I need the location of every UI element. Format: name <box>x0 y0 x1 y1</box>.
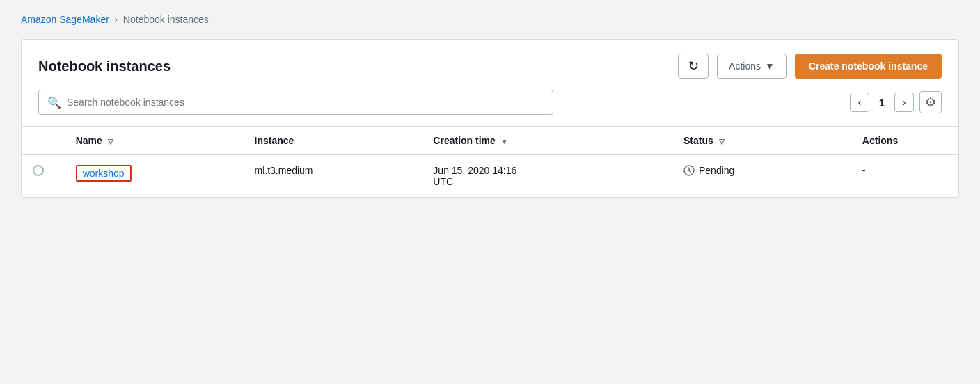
svg-line-2 <box>689 171 691 173</box>
search-row: 🔍 ‹ 1 › ⚙ <box>38 90 942 115</box>
name-sort-icon: ▽ <box>108 138 113 145</box>
actions-arrow-icon: ▼ <box>765 61 775 72</box>
search-icon: 🔍 <box>47 96 61 109</box>
row-radio-button[interactable] <box>33 165 44 176</box>
create-notebook-button[interactable]: Create notebook instance <box>795 54 942 79</box>
row-radio-cell <box>22 155 65 198</box>
status-sort-icon: ▽ <box>719 138 725 145</box>
pagination-next-button[interactable]: › <box>894 93 914 112</box>
gear-icon: ⚙ <box>925 95 936 110</box>
status-pending-icon <box>683 165 695 176</box>
col-creation-label: Creation time <box>433 135 495 146</box>
status-display: Pending <box>683 165 840 176</box>
breadcrumb-sagemaker-link[interactable]: Amazon SageMaker <box>21 14 109 25</box>
creation-sort-icon: ▼ <box>501 138 508 145</box>
refresh-icon: ↻ <box>688 58 699 74</box>
breadcrumb: Amazon SageMaker › Notebook instances <box>21 14 959 25</box>
instances-table-wrap: Name ▽ Instance Creation time ▼ Status ▽ <box>22 126 958 197</box>
table-body: workshop ml.t3.medium Jun 15, 2020 14:16… <box>22 155 958 198</box>
name-cell-highlight: workshop <box>76 165 132 182</box>
settings-button[interactable]: ⚙ <box>919 91 942 113</box>
row-creation-cell: Jun 15, 2020 14:16 UTC <box>422 155 672 198</box>
row-name-cell: workshop <box>65 155 244 198</box>
row-instance-cell: ml.t3.medium <box>244 155 422 198</box>
creation-time-line2: UTC <box>433 176 661 187</box>
col-actions-label: Actions <box>862 135 898 146</box>
search-box: 🔍 <box>38 90 553 115</box>
notebook-name-link[interactable]: workshop <box>83 168 125 179</box>
breadcrumb-separator: › <box>115 15 118 24</box>
refresh-button[interactable]: ↻ <box>678 54 709 79</box>
card-header: Notebook instances ↻ Actions ▼ Create no… <box>38 54 942 79</box>
page-title: Notebook instances <box>38 58 670 74</box>
notebook-instances-card: Notebook instances ↻ Actions ▼ Create no… <box>21 39 959 198</box>
creation-time-line1: Jun 15, 2020 14:16 <box>433 165 661 176</box>
col-name-label: Name <box>76 135 102 146</box>
breadcrumb-current: Notebook instances <box>123 14 209 25</box>
pagination-controls: ‹ 1 › ⚙ <box>850 91 942 113</box>
col-header-status[interactable]: Status ▽ <box>672 127 851 155</box>
instances-table: Name ▽ Instance Creation time ▼ Status ▽ <box>22 127 958 197</box>
col-header-creation-time[interactable]: Creation time ▼ <box>422 127 672 155</box>
pagination-prev-button[interactable]: ‹ <box>850 93 869 112</box>
col-header-instance: Instance <box>244 127 422 155</box>
col-instance-label: Instance <box>255 135 294 146</box>
status-label: Pending <box>699 165 734 176</box>
col-header-name[interactable]: Name ▽ <box>65 127 244 155</box>
search-input[interactable] <box>67 97 544 108</box>
actions-label: Actions <box>729 61 761 72</box>
pagination-page-number: 1 <box>875 97 889 109</box>
row-status-cell: Pending <box>672 155 851 198</box>
row-actions-value: - <box>862 165 866 176</box>
create-button-label: Create notebook instance <box>809 61 928 72</box>
col-header-actions: Actions <box>851 127 958 155</box>
instance-type-value: ml.t3.medium <box>255 165 313 176</box>
table-header: Name ▽ Instance Creation time ▼ Status ▽ <box>22 127 958 155</box>
col-header-radio <box>22 127 65 155</box>
table-row: workshop ml.t3.medium Jun 15, 2020 14:16… <box>22 155 958 198</box>
row-actions-cell: - <box>851 155 958 198</box>
actions-button[interactable]: Actions ▼ <box>717 54 787 79</box>
col-status-label: Status <box>683 135 713 146</box>
